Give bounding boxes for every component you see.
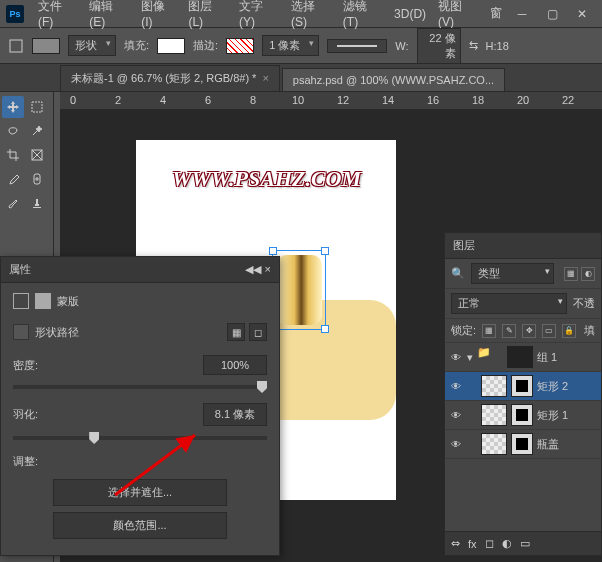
adjust-label: 调整: (13, 454, 38, 469)
handle-tl[interactable] (269, 247, 277, 255)
mask-add-icon[interactable]: ◻ (485, 537, 494, 550)
feather-slider[interactable] (13, 436, 267, 440)
menu-filter[interactable]: 滤镜(T) (337, 0, 388, 29)
watermark-text: WWW.PSAHZ.COM (172, 166, 361, 192)
document-tab-2[interactable]: psahz.psd @ 100% (WWW.PSAHZ.CO... (282, 68, 505, 91)
feather-label: 羽化: (13, 407, 38, 422)
lasso-tool[interactable] (2, 120, 24, 142)
layer-rect-1[interactable]: 👁 矩形 1 (445, 401, 601, 430)
menu-file[interactable]: 文件(F) (32, 0, 83, 29)
opacity-label: 不透 (573, 296, 595, 311)
layers-footer: ⇔ fx ◻ ◐ ▭ (445, 531, 601, 555)
filter-pixel-icon[interactable]: ▦ (564, 267, 578, 281)
mask-tab-label: 蒙版 (57, 294, 79, 309)
properties-title: 属性 (9, 262, 31, 277)
stroke-size-dropdown[interactable]: 1 像素 (262, 35, 319, 56)
visibility-icon[interactable]: 👁 (449, 410, 463, 421)
lock-label: 锁定: (451, 323, 476, 338)
handle-br[interactable] (321, 325, 329, 333)
layer-cap[interactable]: 👁 瓶盖 (445, 430, 601, 459)
vector-mask-icon[interactable]: ◻ (249, 323, 267, 341)
density-input[interactable]: 100% (203, 355, 267, 375)
layer-name[interactable]: 瓶盖 (537, 437, 559, 452)
fill-label: 填充: (124, 38, 149, 53)
layer-mask-thumb (511, 404, 533, 426)
fx-icon[interactable]: fx (468, 538, 477, 550)
select-and-mask-button[interactable]: 选择并遮住... (53, 479, 227, 506)
folder-icon: 📁 (477, 346, 503, 368)
heal-tool[interactable] (26, 168, 48, 190)
document-tabs: 未标题-1 @ 66.7% (矩形 2, RGB/8#) *× psahz.ps… (0, 64, 602, 92)
shape-tool-icon (8, 38, 24, 54)
layer-rect-2[interactable]: 👁 矩形 2 (445, 372, 601, 401)
eyedropper-tool[interactable] (2, 168, 24, 190)
menu-layer[interactable]: 图层(L) (182, 0, 233, 29)
lock-all-icon[interactable]: 🔒 (562, 324, 576, 338)
minimize-button[interactable]: ─ (508, 4, 536, 24)
close-button[interactable]: ✕ (568, 4, 596, 24)
layer-name[interactable]: 矩形 2 (537, 379, 568, 394)
mask-icon-fill[interactable] (35, 293, 51, 309)
blend-mode-dropdown[interactable]: 正常 (451, 293, 567, 314)
width-input[interactable]: 22 像素 (417, 28, 461, 64)
frame-tool[interactable] (26, 144, 48, 166)
fill-label: 填 (584, 323, 595, 338)
lock-paint-icon[interactable]: ✎ (502, 324, 516, 338)
layer-thumb (481, 433, 507, 455)
lock-move-icon[interactable]: ✥ (522, 324, 536, 338)
mask-icon-outline[interactable] (13, 293, 29, 309)
link-wh-icon[interactable]: ⇆ (469, 39, 478, 52)
group-mask-thumb (507, 346, 533, 368)
layer-kind-dropdown[interactable]: 类型 (471, 263, 554, 284)
menu-window[interactable]: 窗 (484, 5, 508, 22)
selection-box[interactable] (272, 250, 326, 330)
visibility-icon[interactable]: 👁 (449, 381, 463, 392)
menu-type[interactable]: 文字(Y) (233, 0, 285, 29)
menu-select[interactable]: 选择(S) (285, 0, 337, 29)
crop-tool[interactable] (2, 144, 24, 166)
expand-icon[interactable]: ▾ (467, 351, 473, 364)
density-label: 密度: (13, 358, 38, 373)
stamp-tool[interactable] (26, 192, 48, 214)
properties-panel: 属性 ◀◀× 蒙版 形状路径 ▦ ◻ 密度: 100% 羽化: 8.1 像素 (0, 256, 280, 556)
brush-tool[interactable] (2, 192, 24, 214)
layers-panel: 图层 🔍 类型 ▦ ◐ 正常 不透 锁定: ▦ ✎ ✥ ▭ 🔒 填 👁 ▾ 📁 … (444, 232, 602, 556)
fill-swatch[interactable] (32, 38, 60, 54)
group-icon[interactable]: ▭ (520, 537, 530, 550)
layer-group-1[interactable]: 👁 ▾ 📁 组 1 (445, 343, 601, 372)
adjustment-icon[interactable]: ◐ (502, 537, 512, 550)
color-range-button[interactable]: 颜色范围... (53, 512, 227, 539)
layer-thumb (481, 404, 507, 426)
menu-edit[interactable]: 编辑(E) (83, 0, 135, 29)
feather-input[interactable]: 8.1 像素 (203, 403, 267, 426)
move-tool[interactable] (2, 96, 24, 118)
filter-adjust-icon[interactable]: ◐ (581, 267, 595, 281)
menu-image[interactable]: 图像(I) (135, 0, 182, 29)
panel-collapse-icon[interactable]: ◀◀ (245, 263, 261, 276)
fill-color-swatch[interactable] (157, 38, 185, 54)
layer-name[interactable]: 矩形 1 (537, 408, 568, 423)
panel-close-icon[interactable]: × (265, 263, 271, 276)
shape-mode-dropdown[interactable]: 形状 (68, 35, 116, 56)
link-layers-icon[interactable]: ⇔ (451, 537, 460, 550)
shape-path-label: 形状路径 (35, 325, 79, 340)
lock-transparent-icon[interactable]: ▦ (482, 324, 496, 338)
lock-artboard-icon[interactable]: ▭ (542, 324, 556, 338)
layer-name[interactable]: 组 1 (537, 350, 557, 365)
close-tab-icon[interactable]: × (262, 72, 268, 84)
handle-tr[interactable] (321, 247, 329, 255)
stroke-label: 描边: (193, 38, 218, 53)
wand-tool[interactable] (26, 120, 48, 142)
stroke-color-swatch[interactable] (226, 38, 254, 54)
marquee-tool[interactable] (26, 96, 48, 118)
maximize-button[interactable]: ▢ (538, 4, 566, 24)
visibility-icon[interactable]: 👁 (449, 439, 463, 450)
menu-3d[interactable]: 3D(D) (388, 7, 432, 21)
pixel-mask-icon[interactable]: ▦ (227, 323, 245, 341)
density-slider[interactable] (13, 385, 267, 389)
document-tab-1[interactable]: 未标题-1 @ 66.7% (矩形 2, RGB/8#) *× (60, 65, 280, 91)
menu-view[interactable]: 视图(V) (432, 0, 484, 29)
stroke-style-dropdown[interactable] (327, 39, 387, 53)
search-icon[interactable]: 🔍 (451, 267, 465, 280)
visibility-icon[interactable]: 👁 (449, 352, 463, 363)
